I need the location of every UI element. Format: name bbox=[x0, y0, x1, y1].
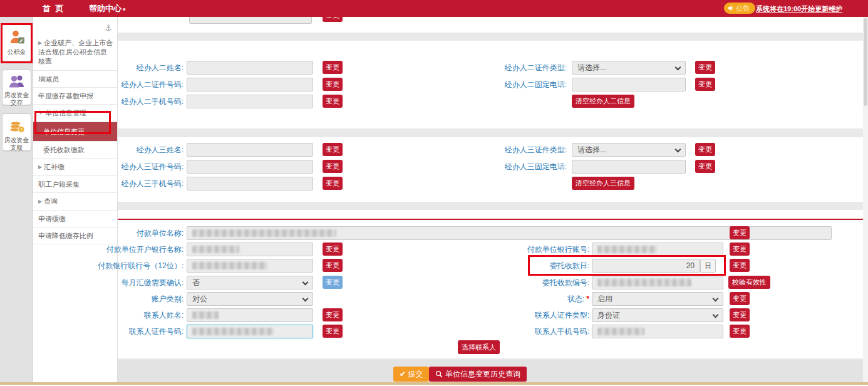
triangle-right-icon: ▶ bbox=[38, 40, 42, 46]
contact-name-input[interactable] bbox=[187, 308, 313, 322]
agent2-idno-input[interactable] bbox=[187, 78, 313, 91]
page-bottom-divider bbox=[0, 382, 868, 385]
module-gongjijin[interactable]: 公积金 bbox=[2, 24, 31, 61]
announcement-badge: 公告 bbox=[724, 3, 755, 14]
change-button[interactable]: 变更 bbox=[695, 160, 715, 173]
coins-icon: ? bbox=[9, 118, 25, 133]
menu-item-huibujiao[interactable]: ▶汇补缴 bbox=[33, 159, 117, 176]
module-fanggai-jiaocun[interactable]: 房改资金交存 bbox=[2, 70, 31, 105]
menu-item-qiyepochan[interactable]: ▶企业破产、企业上市合法合规住房公积金信息核查 bbox=[33, 33, 117, 71]
change-button[interactable]: 变更 bbox=[695, 143, 715, 156]
agent3-idno-input[interactable] bbox=[187, 160, 313, 174]
account-type-select[interactable]: 对公 bbox=[187, 292, 313, 306]
main-content: 变更 经办人二姓名: 变更 经办人二证件类型: 请选择... 变更 经办人二证件… bbox=[118, 17, 863, 383]
agent3-idtype-select[interactable]: 请选择... bbox=[572, 143, 686, 157]
payer-bank-account-input[interactable] bbox=[592, 243, 723, 256]
module-rail: 公积金 房改资金交存 ? 房改资金支取 bbox=[0, 17, 33, 383]
field-label: 付款银行联行号（12位）: bbox=[98, 259, 183, 273]
required-asterisk: * bbox=[586, 295, 589, 303]
field-label: 付款单位开户银行名称: bbox=[106, 243, 183, 256]
menu-item-zengjianyuan[interactable]: 增减员 bbox=[33, 71, 117, 88]
change-button[interactable]: 变更 bbox=[323, 259, 343, 272]
agent2-phone-input[interactable] bbox=[187, 95, 313, 108]
change-button[interactable]: 变更 bbox=[730, 259, 750, 272]
field-label: 每月汇缴需要确认: bbox=[121, 276, 183, 290]
triangle-down-icon: ▼ bbox=[38, 110, 43, 116]
redacted-value bbox=[192, 262, 267, 269]
change-button[interactable]: 变更 bbox=[730, 325, 750, 338]
menu-item-shenqing-huanjiao[interactable]: 申请缓缴 bbox=[33, 211, 117, 227]
chevron-down-icon bbox=[675, 147, 681, 153]
contact-phone-input[interactable] bbox=[592, 325, 723, 338]
field-label: 联系人证件类型: bbox=[535, 308, 589, 322]
change-button[interactable]: 变更 bbox=[323, 78, 343, 91]
agent3-tel-input[interactable] bbox=[572, 160, 686, 174]
redacted-value bbox=[192, 311, 219, 319]
change-button[interactable]: 变更 bbox=[323, 177, 343, 190]
menu-item-chaxun[interactable]: ▶查询 bbox=[33, 193, 117, 211]
change-button[interactable]: 变更 bbox=[730, 226, 750, 239]
change-button[interactable]: 变更 bbox=[323, 61, 343, 74]
change-button[interactable]: 变更 bbox=[695, 61, 715, 74]
redacted-value bbox=[597, 328, 644, 335]
change-button[interactable]: 变更 bbox=[323, 308, 343, 321]
menu-item-jiangdi-bili[interactable]: 申请降低缴存比例 bbox=[33, 227, 117, 244]
scrollbar-thumb[interactable] bbox=[864, 18, 867, 106]
scrollbar-track[interactable] bbox=[863, 17, 868, 383]
app-window: 首 页 帮助中心▾ 公告 系统将在19:00开始更新维护 公积金 bbox=[0, 0, 868, 386]
payer-bank-name-input[interactable] bbox=[187, 243, 313, 256]
contact-idno-input[interactable] bbox=[187, 325, 313, 338]
change-button[interactable]: 变更 bbox=[730, 292, 750, 305]
status-select[interactable]: 启用 bbox=[592, 292, 723, 306]
nav-help-center[interactable]: 帮助中心▾ bbox=[89, 3, 126, 14]
chevron-down-icon bbox=[713, 296, 719, 302]
bank-no-input[interactable] bbox=[187, 259, 313, 273]
change-button[interactable]: 变更 bbox=[695, 78, 715, 91]
submit-button[interactable]: ✔ 提交 bbox=[393, 367, 429, 382]
clear-agent3-button[interactable]: 清空经办人三信息 bbox=[572, 177, 634, 190]
maintenance-notice-link[interactable]: 系统将在19:00开始更新维护 bbox=[756, 4, 842, 14]
change-button[interactable]: 变更 bbox=[323, 160, 343, 173]
change-button[interactable]: 变更 bbox=[323, 325, 343, 338]
redacted-value bbox=[597, 246, 657, 253]
field-label: 联系人手机号码: bbox=[535, 325, 589, 338]
collect-day-input[interactable]: 20 bbox=[592, 259, 700, 273]
change-button[interactable]: 变更 bbox=[323, 143, 343, 156]
panel-agent3: 经办人三姓名: 变更 经办人三证件类型: 请选择... 变更 经办人三证件号码:… bbox=[118, 137, 863, 202]
select-contact-button[interactable]: 选择联系人 bbox=[458, 340, 500, 354]
panel-truncated: 变更 bbox=[118, 17, 863, 33]
field-label: 经办人二姓名: bbox=[137, 61, 183, 75]
agent2-idtype-select[interactable]: 请选择... bbox=[572, 61, 686, 75]
menu-item-jishu-shenbao[interactable]: 年度缴存基数申报 bbox=[33, 88, 117, 105]
change-button[interactable]: 变更 bbox=[323, 276, 343, 289]
truncated-input[interactable] bbox=[189, 17, 312, 24]
nav-home[interactable]: 首 页 bbox=[43, 3, 65, 14]
change-button[interactable]: 变更 bbox=[323, 95, 343, 108]
chevron-down-icon: ▾ bbox=[123, 6, 126, 13]
truncated-change-button[interactable]: 变更 bbox=[323, 17, 343, 22]
anchor-pin-icon[interactable]: ⚓ bbox=[105, 23, 112, 33]
menu-item-weituo-shoukuan-jiaokuan[interactable]: 委托收款缴款 bbox=[33, 142, 117, 159]
collect-no-input[interactable] bbox=[592, 276, 723, 290]
change-button[interactable]: 变更 bbox=[730, 243, 750, 256]
history-query-button[interactable]: 单位信息变更历史查询 bbox=[429, 367, 527, 382]
agent3-phone-input[interactable] bbox=[187, 177, 313, 190]
panel-agent2: 经办人二姓名: 变更 经办人二证件类型: 请选择... 变更 经办人二证件号码:… bbox=[118, 41, 863, 128]
form-row: 付款银行联行号（12位）: 变更 委托收款日: 20 日 变更 bbox=[118, 259, 863, 273]
change-button[interactable]: 变更 bbox=[730, 308, 750, 321]
field-label: 付款单位银行账号: bbox=[527, 243, 589, 256]
monthly-confirm-select[interactable]: 否 bbox=[187, 276, 313, 290]
field-label: 经办人二固定电话: bbox=[505, 78, 567, 91]
agent3-name-input[interactable] bbox=[187, 143, 313, 157]
module-fanggai-zhiqu[interactable]: ? 房改资金支取 bbox=[2, 113, 31, 151]
agent2-name-input[interactable] bbox=[187, 61, 313, 75]
menu-item-danwei-xinxi-guanli[interactable]: ▼单位信息管理 bbox=[33, 105, 117, 122]
menu-item-danwei-xinxi-biangeng[interactable]: 单位信息变更 bbox=[33, 122, 117, 142]
menu-item-zhigong-huji-caiji[interactable]: 职工户籍采集 bbox=[33, 176, 117, 193]
clear-agent2-button[interactable]: 清空经办人二信息 bbox=[572, 95, 634, 108]
validate-button[interactable]: 校验有效性 bbox=[728, 276, 770, 289]
unit-addon: 日 bbox=[700, 259, 716, 273]
change-button[interactable]: 变更 bbox=[323, 243, 343, 256]
contact-idtype-select[interactable]: 身份证 bbox=[592, 308, 723, 322]
agent2-tel-input[interactable] bbox=[572, 78, 686, 91]
